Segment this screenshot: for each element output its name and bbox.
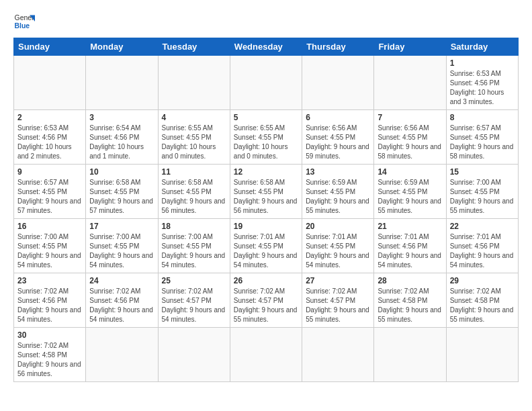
weekday-header-saturday: Saturday bbox=[446, 38, 518, 56]
weekday-header-friday: Friday bbox=[374, 38, 446, 56]
calendar-cell bbox=[230, 328, 302, 382]
day-number: 5 bbox=[234, 113, 298, 122]
day-info: Sunrise: 6:58 AM Sunset: 4:55 PM Dayligh… bbox=[162, 178, 226, 216]
calendar-table: SundayMondayTuesdayWednesdayThursdayFrid… bbox=[13, 38, 519, 382]
day-number: 24 bbox=[89, 276, 154, 285]
week-row-1: 1Sunrise: 6:53 AM Sunset: 4:56 PM Daylig… bbox=[14, 56, 519, 110]
day-number: 18 bbox=[162, 222, 226, 231]
day-info: Sunrise: 7:01 AM Sunset: 4:55 PM Dayligh… bbox=[234, 232, 298, 270]
day-number: 12 bbox=[234, 167, 298, 177]
day-number: 2 bbox=[17, 113, 82, 122]
weekday-header-row: SundayMondayTuesdayWednesdayThursdayFrid… bbox=[14, 38, 519, 56]
day-info: Sunrise: 6:57 AM Sunset: 4:55 PM Dayligh… bbox=[17, 178, 82, 216]
day-number: 30 bbox=[17, 330, 82, 340]
weekday-header-wednesday: Wednesday bbox=[230, 38, 302, 56]
calendar-cell bbox=[158, 56, 230, 110]
calendar-cell: 1Sunrise: 6:53 AM Sunset: 4:56 PM Daylig… bbox=[446, 56, 518, 110]
calendar-cell bbox=[302, 56, 374, 110]
calendar-cell bbox=[14, 56, 86, 110]
calendar-cell bbox=[230, 56, 302, 110]
calendar-cell: 23Sunrise: 7:02 AM Sunset: 4:56 PM Dayli… bbox=[14, 273, 86, 328]
calendar-cell: 30Sunrise: 7:02 AM Sunset: 4:58 PM Dayli… bbox=[14, 328, 86, 382]
calendar-cell bbox=[86, 328, 158, 382]
calendar-cell: 11Sunrise: 6:58 AM Sunset: 4:55 PM Dayli… bbox=[158, 165, 230, 219]
day-info: Sunrise: 7:02 AM Sunset: 4:58 PM Dayligh… bbox=[17, 341, 82, 379]
calendar-cell: 26Sunrise: 7:02 AM Sunset: 4:57 PM Dayli… bbox=[230, 273, 302, 328]
calendar-cell: 14Sunrise: 6:59 AM Sunset: 4:55 PM Dayli… bbox=[374, 165, 446, 219]
calendar-cell: 22Sunrise: 7:01 AM Sunset: 4:56 PM Dayli… bbox=[446, 219, 518, 273]
day-info: Sunrise: 7:01 AM Sunset: 4:56 PM Dayligh… bbox=[450, 232, 515, 270]
day-info: Sunrise: 6:58 AM Sunset: 4:55 PM Dayligh… bbox=[89, 178, 154, 216]
day-number: 28 bbox=[378, 276, 442, 285]
calendar-cell bbox=[446, 328, 518, 382]
day-info: Sunrise: 6:59 AM Sunset: 4:55 PM Dayligh… bbox=[306, 178, 370, 216]
day-info: Sunrise: 7:00 AM Sunset: 4:55 PM Dayligh… bbox=[450, 178, 515, 216]
weekday-header-tuesday: Tuesday bbox=[158, 38, 230, 56]
calendar-cell: 20Sunrise: 7:01 AM Sunset: 4:55 PM Dayli… bbox=[302, 219, 374, 273]
day-number: 6 bbox=[306, 113, 370, 122]
calendar-cell: 9Sunrise: 6:57 AM Sunset: 4:55 PM Daylig… bbox=[14, 165, 86, 219]
calendar-cell bbox=[158, 328, 230, 382]
day-number: 13 bbox=[306, 167, 370, 177]
day-number: 14 bbox=[378, 167, 442, 177]
calendar-cell: 16Sunrise: 7:00 AM Sunset: 4:55 PM Dayli… bbox=[14, 219, 86, 273]
day-number: 1 bbox=[450, 58, 515, 68]
logo-icon: General Blue bbox=[13, 11, 35, 32]
day-number: 22 bbox=[450, 222, 515, 231]
day-info: Sunrise: 6:55 AM Sunset: 4:55 PM Dayligh… bbox=[162, 124, 226, 161]
weekday-header-monday: Monday bbox=[86, 38, 158, 56]
day-info: Sunrise: 6:55 AM Sunset: 4:55 PM Dayligh… bbox=[234, 124, 298, 161]
calendar-cell: 15Sunrise: 7:00 AM Sunset: 4:55 PM Dayli… bbox=[446, 165, 518, 219]
day-info: Sunrise: 7:00 AM Sunset: 4:55 PM Dayligh… bbox=[17, 232, 82, 270]
day-info: Sunrise: 6:54 AM Sunset: 4:56 PM Dayligh… bbox=[89, 124, 154, 161]
calendar-cell: 10Sunrise: 6:58 AM Sunset: 4:55 PM Dayli… bbox=[86, 165, 158, 219]
day-number: 27 bbox=[306, 276, 370, 285]
day-info: Sunrise: 7:02 AM Sunset: 4:58 PM Dayligh… bbox=[378, 287, 442, 324]
day-number: 4 bbox=[162, 113, 226, 122]
week-row-3: 9Sunrise: 6:57 AM Sunset: 4:55 PM Daylig… bbox=[14, 165, 519, 219]
day-number: 21 bbox=[378, 222, 442, 231]
calendar-cell: 7Sunrise: 6:56 AM Sunset: 4:55 PM Daylig… bbox=[374, 110, 446, 165]
day-number: 23 bbox=[17, 276, 82, 285]
day-info: Sunrise: 7:01 AM Sunset: 4:56 PM Dayligh… bbox=[378, 232, 442, 270]
day-number: 8 bbox=[450, 113, 515, 122]
day-info: Sunrise: 7:00 AM Sunset: 4:55 PM Dayligh… bbox=[89, 232, 154, 270]
week-row-2: 2Sunrise: 6:53 AM Sunset: 4:56 PM Daylig… bbox=[14, 110, 519, 165]
header: General Blue bbox=[13, 11, 519, 32]
weekday-header-thursday: Thursday bbox=[302, 38, 374, 56]
calendar-cell bbox=[374, 56, 446, 110]
logo: General Blue bbox=[13, 11, 35, 32]
day-number: 17 bbox=[89, 222, 154, 231]
calendar-cell: 25Sunrise: 7:02 AM Sunset: 4:57 PM Dayli… bbox=[158, 273, 230, 328]
calendar-cell: 4Sunrise: 6:55 AM Sunset: 4:55 PM Daylig… bbox=[158, 110, 230, 165]
day-number: 19 bbox=[234, 222, 298, 231]
day-info: Sunrise: 7:02 AM Sunset: 4:57 PM Dayligh… bbox=[306, 287, 370, 324]
day-info: Sunrise: 7:00 AM Sunset: 4:55 PM Dayligh… bbox=[162, 232, 226, 270]
day-number: 10 bbox=[89, 167, 154, 177]
day-info: Sunrise: 7:02 AM Sunset: 4:57 PM Dayligh… bbox=[162, 287, 226, 324]
day-info: Sunrise: 6:56 AM Sunset: 4:55 PM Dayligh… bbox=[306, 124, 370, 161]
day-number: 20 bbox=[306, 222, 370, 231]
calendar-cell bbox=[374, 328, 446, 382]
calendar-cell bbox=[302, 328, 374, 382]
calendar-cell bbox=[86, 56, 158, 110]
day-number: 15 bbox=[450, 167, 515, 177]
day-number: 16 bbox=[17, 222, 82, 231]
day-number: 26 bbox=[234, 276, 298, 285]
day-info: Sunrise: 6:59 AM Sunset: 4:55 PM Dayligh… bbox=[378, 178, 442, 216]
calendar-cell: 5Sunrise: 6:55 AM Sunset: 4:55 PM Daylig… bbox=[230, 110, 302, 165]
day-number: 7 bbox=[378, 113, 442, 122]
day-info: Sunrise: 7:01 AM Sunset: 4:55 PM Dayligh… bbox=[306, 232, 370, 270]
calendar-cell: 13Sunrise: 6:59 AM Sunset: 4:55 PM Dayli… bbox=[302, 165, 374, 219]
calendar-cell: 28Sunrise: 7:02 AM Sunset: 4:58 PM Dayli… bbox=[374, 273, 446, 328]
weekday-header-sunday: Sunday bbox=[14, 38, 86, 56]
day-info: Sunrise: 7:02 AM Sunset: 4:56 PM Dayligh… bbox=[17, 287, 82, 324]
day-info: Sunrise: 7:02 AM Sunset: 4:56 PM Dayligh… bbox=[89, 287, 154, 324]
day-number: 29 bbox=[450, 276, 515, 285]
day-info: Sunrise: 7:02 AM Sunset: 4:58 PM Dayligh… bbox=[450, 287, 515, 324]
day-number: 11 bbox=[162, 167, 226, 177]
week-row-5: 23Sunrise: 7:02 AM Sunset: 4:56 PM Dayli… bbox=[14, 273, 519, 328]
calendar-cell: 18Sunrise: 7:00 AM Sunset: 4:55 PM Dayli… bbox=[158, 219, 230, 273]
calendar-cell: 27Sunrise: 7:02 AM Sunset: 4:57 PM Dayli… bbox=[302, 273, 374, 328]
week-row-4: 16Sunrise: 7:00 AM Sunset: 4:55 PM Dayli… bbox=[14, 219, 519, 273]
